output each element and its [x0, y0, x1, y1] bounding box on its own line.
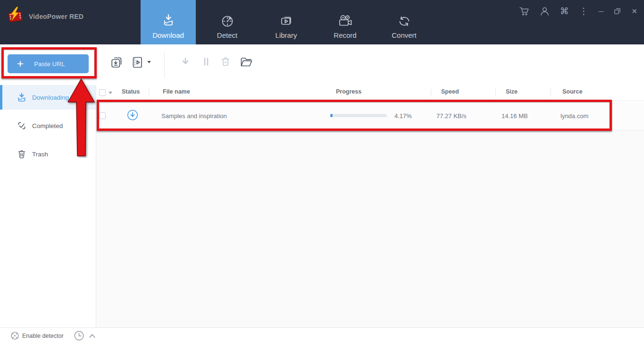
progress-fill — [330, 114, 333, 117]
close-icon[interactable]: ✕ — [631, 8, 637, 15]
tab-detect[interactable]: Detect — [200, 0, 255, 44]
user-icon[interactable] — [540, 6, 550, 16]
delete-task-button[interactable] — [219, 56, 232, 68]
detector-icon[interactable] — [10, 331, 20, 341]
tab-library-label: Library — [276, 31, 297, 39]
app-window: { "app": { "title": "VideoPower RED" }, … — [0, 0, 644, 343]
column-divider — [431, 89, 431, 96]
column-header-filename[interactable]: File name — [163, 88, 190, 95]
paste-url-label: Paste URL — [24, 60, 75, 68]
select-all-caret-icon[interactable] — [109, 92, 112, 94]
download-video-button[interactable] — [131, 56, 143, 69]
tab-convert-label: Convert — [392, 31, 417, 39]
window-controls: ⌘ ⋮ ─ ✕ — [519, 4, 637, 18]
enable-detector-label[interactable]: Enable detector — [22, 333, 64, 339]
apps-icon[interactable]: ⌘ — [560, 7, 569, 16]
app-title: VideoPower RED — [29, 13, 84, 20]
resume-button[interactable] — [179, 56, 192, 68]
completed-icon — [16, 120, 27, 131]
column-header-source[interactable]: Source — [562, 88, 582, 95]
status-bar: Enable detector — [0, 327, 644, 343]
record-tab-icon — [337, 10, 353, 31]
library-tab-icon — [279, 10, 294, 31]
tab-library[interactable]: Library — [259, 0, 314, 44]
source-site: lynda.com — [560, 112, 588, 119]
plus-icon: + — [17, 58, 24, 69]
tab-record[interactable]: Record — [318, 0, 373, 44]
table-header: Status File name Progress Speed Size Sou… — [96, 85, 644, 101]
download-tab-icon — [161, 10, 176, 31]
sidebar-item-trash[interactable]: Trash — [0, 142, 96, 166]
download-speed: 77.27 KB/s — [436, 112, 467, 119]
brand: VideoPower RED — [6, 7, 84, 26]
main-nav: Download Detect — [141, 0, 432, 44]
download-options-caret[interactable] — [147, 61, 151, 63]
column-header-speed[interactable]: Speed — [441, 88, 459, 95]
progress-percent: 4.17% — [394, 112, 412, 119]
sidebar-item-label: Downloading — [32, 94, 69, 101]
convert-tab-icon — [397, 10, 412, 31]
toolbar: + Paste URL — [0, 44, 644, 85]
open-folder-button[interactable] — [240, 56, 253, 68]
file-size: 14.16 MB — [502, 112, 528, 119]
tab-download-label: Download — [152, 31, 184, 39]
restore-icon[interactable] — [614, 8, 621, 15]
downloading-icon — [16, 92, 27, 103]
paste-url-button[interactable]: + Paste URL — [8, 54, 89, 73]
column-divider — [495, 89, 496, 96]
minimize-icon[interactable]: ─ — [599, 8, 604, 15]
batch-download-button[interactable] — [110, 56, 123, 69]
more-menu-icon[interactable]: ⋮ — [579, 7, 588, 16]
sidebar-item-label: Trash — [32, 151, 48, 158]
app-logo-icon — [6, 7, 24, 26]
chevron-down-icon — [147, 61, 151, 63]
status-downloading-icon — [126, 109, 139, 122]
pause-button[interactable] — [200, 56, 212, 68]
table-row[interactable]: Samples and inspiration 4.17% 77.27 KB/s… — [96, 101, 644, 131]
column-header-status[interactable]: Status — [122, 88, 140, 95]
tab-record-label: Record — [334, 31, 356, 39]
tab-convert[interactable]: Convert — [376, 0, 432, 44]
sidebar-item-completed[interactable]: Completed — [0, 113, 96, 138]
file-name: Samples and inspiration — [161, 112, 227, 119]
cart-icon[interactable] — [519, 6, 529, 16]
column-divider — [551, 89, 551, 96]
column-header-size[interactable]: Size — [506, 88, 518, 95]
toolbar-divider — [164, 52, 165, 77]
column-header-progress[interactable]: Progress — [336, 88, 361, 95]
row-checkbox[interactable] — [99, 112, 106, 119]
tab-detect-label: Detect — [217, 31, 237, 39]
sidebar-item-downloading[interactable]: Downloading — [0, 85, 96, 110]
column-divider — [149, 89, 149, 96]
download-list: Status File name Progress Speed Size Sou… — [96, 85, 644, 327]
title-bar: VideoPower RED Download — [0, 0, 644, 44]
detect-tab-icon — [220, 10, 235, 31]
trash-icon — [16, 148, 27, 160]
progress-bar — [330, 114, 387, 117]
sidebar: Downloading Completed Trash — [0, 85, 96, 327]
select-all-checkbox[interactable] — [99, 89, 106, 96]
history-clock-icon[interactable] — [73, 330, 85, 342]
tab-download[interactable]: Download — [141, 0, 196, 44]
chevron-up-icon[interactable] — [89, 334, 96, 338]
sidebar-item-label: Completed — [32, 122, 63, 129]
